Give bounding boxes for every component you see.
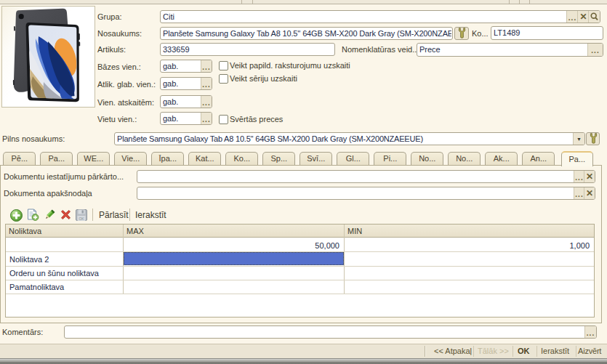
svg-text:OK: OK [79,217,84,221]
